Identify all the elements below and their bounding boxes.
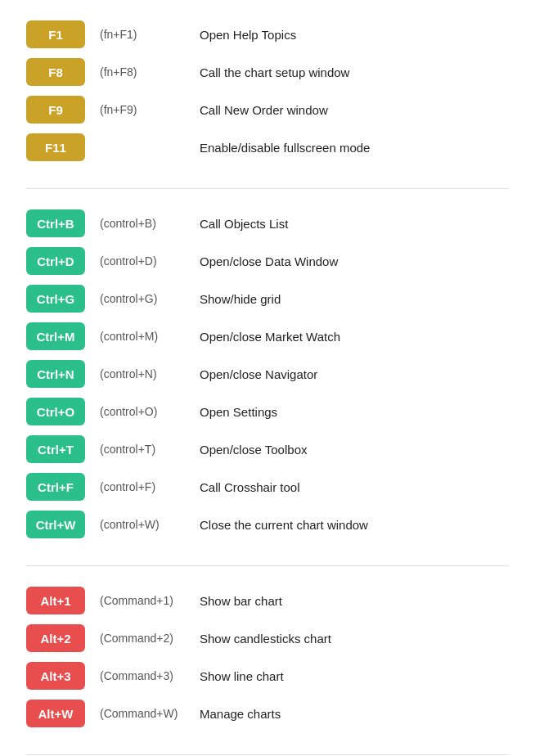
modifier-text: (control+F) <box>85 480 200 493</box>
shortcut-row: F11Enable/disable fullscreen mode <box>26 133 509 162</box>
shortcut-row: Alt+W(Command+W)Manage charts <box>26 699 509 728</box>
description-text: Open/close Market Watch <box>200 330 340 344</box>
shortcut-row: F8(fn+F8)Call the chart setup window <box>26 57 509 87</box>
description-text: Show candlesticks chart <box>200 632 331 646</box>
description-text: Open Help Topics <box>200 28 296 42</box>
description-text: Call the chart setup window <box>200 65 349 79</box>
description-text: Show/hide grid <box>200 292 281 306</box>
key-badge-ctrl-g: Ctrl+G <box>26 285 85 313</box>
key-badge-f8: F8 <box>26 58 85 86</box>
key-badge-f11: F11 <box>26 133 85 161</box>
modifier-text: (Command+3) <box>85 669 200 682</box>
key-badge-alt-1: Alt+1 <box>26 587 85 614</box>
section-divider <box>26 188 509 189</box>
key-badge-ctrl-m: Ctrl+M <box>26 322 85 350</box>
shortcut-row: Alt+3(Command+3)Show line chart <box>26 661 509 691</box>
section-ctrl-keys: Ctrl+B(control+B)Call Objects ListCtrl+D… <box>26 209 509 539</box>
modifier-text: (Command+2) <box>85 632 200 645</box>
section-divider <box>26 565 509 566</box>
shortcut-row: Ctrl+F(control+F)Call Crosshair tool <box>26 472 509 502</box>
section-function-keys: F1(fn+F1)Open Help TopicsF8(fn+F8)Call t… <box>26 20 509 162</box>
description-text: Call Crosshair tool <box>200 480 300 494</box>
modifier-text: (control+T) <box>85 443 200 456</box>
shortcut-row: Alt+2(Command+2)Show candlesticks chart <box>26 623 509 653</box>
key-badge-ctrl-b: Ctrl+B <box>26 209 85 237</box>
key-badge-ctrl-f: Ctrl+F <box>26 473 85 501</box>
key-badge-f1: F1 <box>26 20 85 48</box>
shortcut-row: Ctrl+W(control+W)Close the current chart… <box>26 510 509 539</box>
description-text: Enable/disable fullscreen mode <box>200 141 370 155</box>
key-badge-alt-3: Alt+3 <box>26 662 85 690</box>
modifier-text: (control+O) <box>85 405 200 418</box>
modifier-text: (control+D) <box>85 254 200 268</box>
key-badge-ctrl-t: Ctrl+T <box>26 435 85 463</box>
modifier-text: (fn+F9) <box>85 103 200 116</box>
description-text: Call New Order window <box>200 103 328 117</box>
key-badge-alt-2: Alt+2 <box>26 624 85 652</box>
key-badge-alt-w: Alt+W <box>26 700 85 727</box>
description-text: Open Settings <box>200 405 277 419</box>
key-badge-ctrl-o: Ctrl+O <box>26 398 85 425</box>
shortcut-row: Ctrl+G(control+G)Show/hide grid <box>26 284 509 313</box>
shortcut-row: F9(fn+F9)Call New Order window <box>26 95 509 124</box>
description-text: Open/close Navigator <box>200 367 317 381</box>
shortcut-row: Ctrl+O(control+O)Open Settings <box>26 397 509 426</box>
description-text: Close the current chart window <box>200 518 368 532</box>
shortcut-row: Ctrl+M(control+M)Open/close Market Watch <box>26 322 509 351</box>
shortcut-row: F1(fn+F1)Open Help Topics <box>26 20 509 49</box>
modifier-text: (control+W) <box>85 518 200 531</box>
shortcut-row: Ctrl+B(control+B)Call Objects List <box>26 209 509 238</box>
key-badge-ctrl-w: Ctrl+W <box>26 511 85 538</box>
modifier-text: (control+N) <box>85 367 200 380</box>
shortcut-reference: F1(fn+F1)Open Help TopicsF8(fn+F8)Call t… <box>26 20 509 756</box>
description-text: Show line chart <box>200 669 284 683</box>
shortcut-row: Alt+1(Command+1)Show bar chart <box>26 586 509 615</box>
modifier-text: (control+B) <box>85 217 200 230</box>
section-alt-keys: Alt+1(Command+1)Show bar chartAlt+2(Comm… <box>26 586 509 728</box>
shortcut-row: Ctrl+D(control+D)Open/close Data Window <box>26 246 509 276</box>
modifier-text: (control+M) <box>85 330 200 343</box>
description-text: Open/close Data Window <box>200 254 338 268</box>
modifier-text: (Command+W) <box>85 707 200 720</box>
description-text: Open/close Toolbox <box>200 443 307 457</box>
modifier-text: (fn+F1) <box>85 28 200 41</box>
section-divider <box>26 754 509 755</box>
description-text: Manage charts <box>200 707 281 721</box>
key-badge-f9: F9 <box>26 96 85 124</box>
modifier-text: (control+G) <box>85 292 200 305</box>
shortcut-row: Ctrl+N(control+N)Open/close Navigator <box>26 359 509 389</box>
modifier-text: (fn+F8) <box>85 65 200 79</box>
key-badge-ctrl-n: Ctrl+N <box>26 360 85 388</box>
description-text: Call Objects List <box>200 217 288 231</box>
shortcut-row: Ctrl+T(control+T)Open/close Toolbox <box>26 434 509 464</box>
key-badge-ctrl-d: Ctrl+D <box>26 247 85 275</box>
modifier-text: (Command+1) <box>85 594 200 607</box>
description-text: Show bar chart <box>200 594 282 608</box>
